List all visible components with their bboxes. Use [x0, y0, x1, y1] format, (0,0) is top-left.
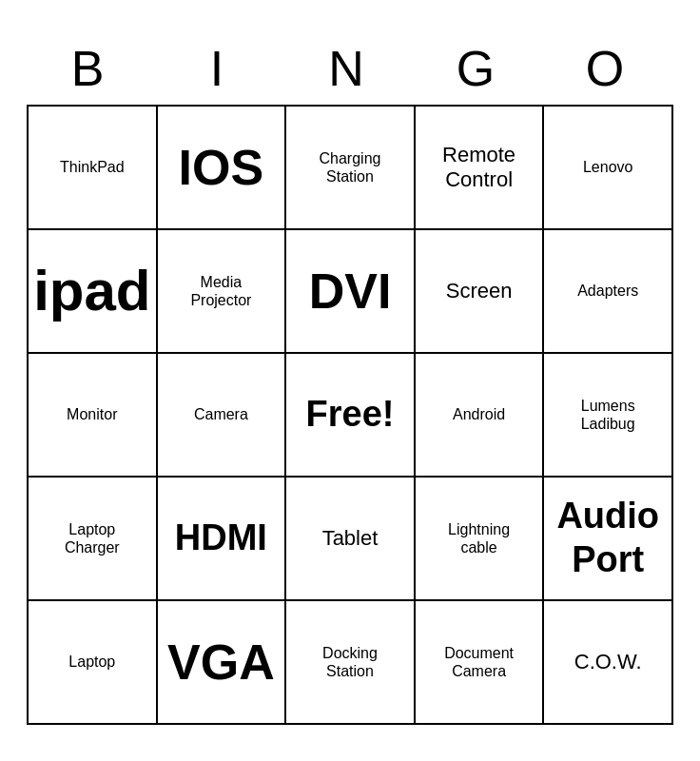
cell-text-2-2: Free! — [306, 393, 395, 437]
bingo-cell-3-4: AudioPort — [544, 478, 673, 601]
bingo-cell-0-2: ChargingStation — [286, 107, 416, 230]
bingo-cell-0-3: RemoteControl — [416, 107, 545, 230]
bingo-cell-2-1: Camera — [158, 354, 287, 478]
cell-text-2-4: LumensLadibug — [581, 397, 635, 433]
header-letter-B: B — [27, 36, 156, 101]
bingo-cell-4-0: Laptop — [29, 601, 158, 725]
bingo-cell-3-2: Tablet — [286, 478, 416, 601]
cell-text-3-0: LaptopCharger — [65, 520, 120, 556]
bingo-cell-1-0: ipad — [29, 230, 158, 354]
header-letter-G: G — [415, 36, 544, 101]
header-letter-N: N — [285, 36, 415, 101]
bingo-cell-3-1: HDMI — [158, 478, 287, 601]
cell-text-1-1: MediaProjector — [190, 273, 251, 309]
cell-text-4-3: DocumentCamera — [444, 644, 514, 680]
bingo-cell-2-4: LumensLadibug — [544, 354, 673, 478]
cell-text-4-1: VGA — [167, 633, 275, 692]
cell-text-0-2: ChargingStation — [320, 149, 381, 185]
bingo-card: BINGO ThinkPadIOSChargingStationRemoteCo… — [17, 27, 683, 734]
cell-text-2-0: Monitor — [67, 405, 117, 423]
cell-text-4-4: C.O.W. — [574, 650, 642, 674]
bingo-header: BINGO — [27, 36, 673, 101]
bingo-cell-3-3: Lightningcable — [416, 478, 545, 601]
bingo-cell-4-4: C.O.W. — [544, 601, 673, 725]
cell-text-2-1: Camera — [194, 405, 248, 423]
bingo-grid: ThinkPadIOSChargingStationRemoteControlL… — [27, 105, 673, 725]
cell-text-0-1: IOS — [179, 138, 264, 197]
cell-text-4-0: Laptop — [68, 653, 115, 671]
cell-text-1-3: Screen — [446, 279, 513, 303]
bingo-cell-0-0: ThinkPad — [29, 107, 158, 230]
cell-text-3-3: Lightningcable — [448, 520, 510, 556]
bingo-cell-1-1: MediaProjector — [158, 230, 287, 354]
header-letter-O: O — [544, 36, 673, 101]
bingo-cell-1-3: Screen — [416, 230, 545, 354]
cell-text-1-0: ipad — [33, 257, 150, 325]
bingo-cell-3-0: LaptopCharger — [29, 478, 158, 601]
bingo-cell-4-1: VGA — [158, 601, 287, 725]
bingo-cell-0-4: Lenovo — [544, 107, 673, 230]
cell-text-0-4: Lenovo — [583, 158, 633, 176]
cell-text-3-4: AudioPort — [556, 495, 659, 581]
cell-text-1-2: DVI — [309, 262, 392, 321]
bingo-cell-1-2: DVI — [286, 230, 416, 354]
bingo-cell-2-2: Free! — [286, 354, 416, 478]
cell-text-0-0: ThinkPad — [60, 158, 125, 176]
header-letter-I: I — [156, 36, 285, 101]
bingo-cell-0-1: IOS — [158, 107, 287, 230]
cell-text-1-4: Adapters — [577, 282, 638, 300]
cell-text-4-2: DockingStation — [322, 644, 378, 680]
cell-text-3-1: HDMI — [175, 517, 267, 560]
cell-text-0-3: RemoteControl — [442, 143, 515, 193]
bingo-cell-4-3: DocumentCamera — [416, 601, 545, 725]
bingo-cell-2-3: Android — [416, 354, 545, 478]
bingo-cell-2-0: Monitor — [29, 354, 158, 478]
cell-text-2-3: Android — [453, 405, 505, 423]
cell-text-3-2: Tablet — [322, 526, 379, 551]
bingo-cell-1-4: Adapters — [544, 230, 673, 354]
bingo-cell-4-2: DockingStation — [286, 601, 416, 725]
